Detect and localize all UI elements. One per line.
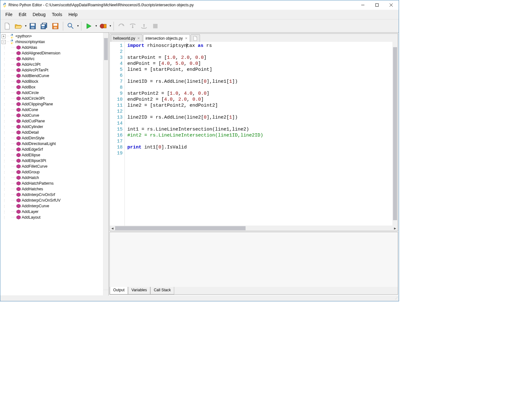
tree-label: AddClippingPlane	[22, 102, 53, 106]
find-dropdown-icon[interactable]: ▼	[77, 25, 79, 27]
tree-item[interactable]: ⋮⋯⋯AddBlock	[0, 79, 103, 84]
maximize-button[interactable]	[370, 0, 384, 10]
tab-intersection-objects[interactable]: intersection objects.py×	[143, 34, 190, 42]
tree-label: AddLayout	[22, 215, 41, 220]
tree-item[interactable]: ⋮⋯⋯AddHatches	[0, 186, 103, 192]
step-into-button[interactable]	[127, 21, 138, 31]
close-icon[interactable]: ×	[185, 36, 187, 41]
new-file-button[interactable]	[2, 21, 13, 31]
tab-output[interactable]: Output	[110, 287, 128, 294]
output-area[interactable]	[110, 232, 398, 287]
tree-label: AddInterpCurve	[22, 204, 49, 208]
save-as-button[interactable]	[50, 21, 61, 31]
editor-vscrollbar[interactable]	[392, 42, 398, 226]
resize-grip-icon[interactable]: ⋰	[395, 297, 398, 300]
menu-file[interactable]: File	[2, 11, 16, 18]
find-button[interactable]	[65, 21, 76, 31]
tree-item[interactable]: ⋮⋯⋯AddHatchPatterns	[0, 181, 103, 186]
tree-item[interactable]: ⋮⋯⋯AddEllipse	[0, 152, 103, 158]
save-button[interactable]	[27, 21, 38, 31]
scroll-left-icon[interactable]: ◀	[110, 226, 115, 231]
step-over-button[interactable]	[116, 21, 127, 31]
tree-item[interactable]: ⋮⋯⋯AddDimStyle	[0, 135, 103, 141]
svg-rect-1	[375, 4, 378, 7]
step-out-button[interactable]	[139, 21, 149, 31]
svg-rect-11	[42, 27, 44, 28]
svg-line-16	[71, 27, 73, 29]
tab-label: intersection objects.py	[146, 36, 183, 41]
close-button[interactable]	[384, 0, 398, 10]
tree-item[interactable]: ⋮⋯⋯AddCurve	[0, 113, 103, 118]
tab-helloworld[interactable]: helloworld.py×	[111, 34, 142, 42]
svg-rect-21	[153, 24, 158, 28]
scroll-right-icon[interactable]: ▶	[392, 226, 398, 231]
tree-item[interactable]: ⋮⋯⋯AddArcPtTanPt	[0, 67, 103, 73]
method-icon	[16, 85, 21, 89]
tree-item[interactable]: ⋮⋯⋯AddEllipse3Pt	[0, 158, 103, 164]
new-tab-button[interactable]	[191, 34, 200, 42]
tree-label: AddLayer	[22, 209, 39, 214]
menu-debug[interactable]: Debug	[30, 11, 49, 18]
tree-item[interactable]: ⋮⋯⋯AddDetail	[0, 130, 103, 135]
tree-item[interactable]: ⋮⋯⋯AddCircle3Pt	[0, 96, 103, 101]
tree-scrollbar[interactable]	[103, 33, 108, 295]
tree-view[interactable]: + ⋯ <python> − ⋯ rhinoscriptsyntax ⋮⋯⋯Ad…	[0, 33, 103, 295]
collapse-icon[interactable]: −	[2, 40, 6, 44]
tree-item[interactable]: ⋮⋯⋯AddArc3Pt	[0, 62, 103, 67]
breakpoint-dropdown-icon[interactable]: ▼	[109, 25, 112, 27]
run-dropdown-icon[interactable]: ▼	[95, 25, 97, 27]
method-icon	[16, 108, 21, 112]
menu-help[interactable]: Help	[65, 11, 81, 18]
tree-item[interactable]: ⋮⋯⋯AddBlendCurve	[0, 73, 103, 79]
tree-item[interactable]: ⋮⋯⋯AddClippingPlane	[0, 101, 103, 107]
method-icon	[16, 130, 21, 135]
open-file-button[interactable]	[13, 21, 24, 31]
scrollbar-thumb[interactable]	[115, 226, 246, 230]
tree-item[interactable]: ⋮⋯⋯AddCone	[0, 107, 103, 113]
expand-icon[interactable]: +	[2, 34, 6, 38]
menu-tools[interactable]: Tools	[49, 11, 65, 18]
tab-variables[interactable]: Variables	[128, 287, 150, 294]
tree-item[interactable]: ⋮⋯⋯AddInterpCrvOnSrf	[0, 192, 103, 198]
tree-item[interactable]: ⋮⋯⋯AddAlignedDimension	[0, 50, 103, 56]
stop-button[interactable]	[150, 21, 161, 31]
open-dropdown-icon[interactable]: ▼	[25, 25, 27, 27]
scrollbar-thumb[interactable]	[104, 38, 108, 60]
tree-item[interactable]: ⋮⋯⋯AddCircle	[0, 90, 103, 96]
tree-label: AddArcPtTanPt	[22, 68, 48, 72]
close-icon[interactable]: ×	[137, 36, 140, 41]
code-editor[interactable]: import rhinoscriptsyntax as rs startPoin…	[125, 42, 392, 226]
tree-item[interactable]: ⋮⋯⋯AddBox	[0, 84, 103, 90]
minimize-button[interactable]	[356, 0, 370, 10]
tree-label: AddGroup	[22, 170, 40, 174]
tree-item[interactable]: ⋮⋯⋯AddEdgeSrf	[0, 147, 103, 152]
tree-item[interactable]: ⋮⋯⋯AddHatch	[0, 175, 103, 181]
scrollbar-thumb[interactable]	[393, 47, 397, 220]
tree-item[interactable]: ⋮⋯⋯AddInterpCrvOnSrfUV	[0, 198, 103, 203]
tree-item[interactable]: ⋮⋯⋯AddLayout	[0, 215, 103, 220]
method-icon	[16, 147, 21, 152]
tab-callstack[interactable]: Call Stack	[150, 287, 174, 294]
breakpoint-button[interactable]	[98, 21, 108, 31]
tree-item[interactable]: ⋮⋯⋯AddCylinder	[0, 124, 103, 130]
tree-root-python[interactable]: + ⋯ <python>	[0, 33, 103, 39]
tree-item[interactable]: ⋮⋯⋯AddArc	[0, 56, 103, 62]
toolbar-separator	[63, 22, 63, 31]
run-button[interactable]	[84, 21, 94, 31]
tree-root-rhinoscriptsyntax[interactable]: − ⋯ rhinoscriptsyntax	[0, 39, 103, 45]
line-numbers: 12345678910111213141516171819	[113, 42, 125, 226]
method-icon	[16, 113, 21, 118]
tree-item[interactable]: ⋮⋯⋯AddInterpCurve	[0, 203, 103, 209]
tree-item[interactable]: ⋮⋯⋯AddAlias	[0, 45, 103, 50]
tree-item[interactable]: ⋮⋯⋯AddDirectionalLight	[0, 141, 103, 147]
tree-item[interactable]: ⋮⋯⋯AddFilletCurve	[0, 164, 103, 169]
menu-edit[interactable]: Edit	[16, 11, 30, 18]
tree-item[interactable]: ⋮⋯⋯AddGroup	[0, 169, 103, 175]
tree-item[interactable]: ⋮⋯⋯AddCutPlane	[0, 118, 103, 124]
window-title: Rhino Python Editor - C:\Users\scottd\Ap…	[8, 3, 356, 7]
editor-hscrollbar[interactable]: ◀ ▶	[110, 226, 398, 231]
fold-margin[interactable]	[110, 42, 113, 226]
tree-label: AddHatch	[22, 176, 39, 180]
save-all-button[interactable]	[39, 21, 49, 31]
tree-item[interactable]: ⋮⋯⋯AddLayer	[0, 209, 103, 215]
